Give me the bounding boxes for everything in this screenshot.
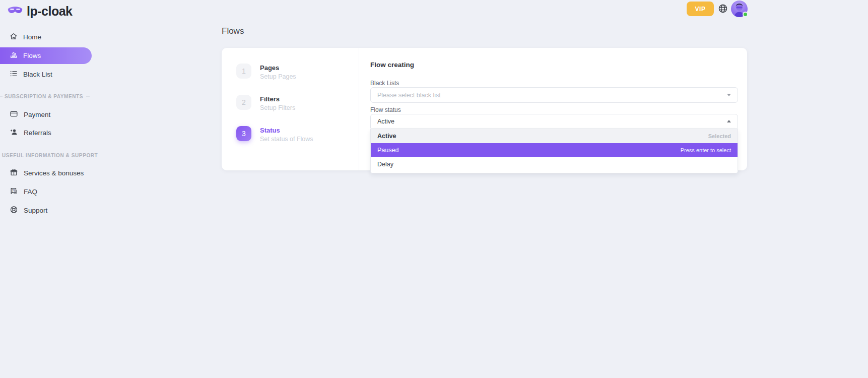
option-delay[interactable]: Delay [371,157,738,171]
app-title: lp-cloak [27,4,72,19]
step-title: Pages [260,64,296,72]
sidebar-item-label: Home [23,33,41,41]
step-subtitle: Setup Pages [260,73,296,80]
sidebar-section-subscription: SUBSCRIPTION & PAYMENTS [0,94,92,99]
globe-icon[interactable] [718,4,728,14]
sidebar-item-faq[interactable]: ?! FAQ [0,183,92,200]
select-value: Active [377,118,394,125]
flow-status-dropdown: Active Selected Paused Press enter to se… [370,129,738,173]
flow-status-label: Flow status [370,106,401,113]
black-lists-select[interactable]: Please select black list [370,87,738,103]
sidebar-item-label: FAQ [24,188,37,196]
vip-button[interactable]: VIP [687,2,714,16]
chevron-down-icon [727,94,731,96]
online-dot [743,12,748,17]
step-subtitle: Setup Filters [260,104,295,111]
step-title: Filters [260,95,295,103]
app-logo[interactable]: lp-cloak [7,4,72,19]
step-number: 2 [236,95,251,110]
lifebuoy-icon [10,206,18,215]
panel-divider [359,48,359,170]
faq-chat-icon: ?! [10,187,18,197]
select-placeholder: Please select black list [377,92,441,99]
avatar[interactable] [731,1,748,17]
flow-wizard-card: 1 Pages Setup Pages 2 Filters Setup Filt… [222,48,747,170]
sidebar-item-support[interactable]: Support [0,202,92,218]
sidebar-item-payment[interactable]: Payment [0,106,92,122]
option-active[interactable]: Active Selected [371,129,738,143]
black-lists-label: Black Lists [370,80,399,87]
sidebar-item-label: Payment [24,111,50,118]
step-number: 1 [236,64,251,79]
credit-card-icon [10,110,18,119]
option-hint: Press enter to select [681,147,731,153]
wizard-step-status[interactable]: 3 Status Set status of Flows [236,126,313,143]
sidebar-item-label: Flows [23,52,41,59]
person-add-icon [10,128,18,138]
section-label: SUBSCRIPTION & PAYMENTS [5,94,83,99]
flow-status-select[interactable]: Active [370,114,738,129]
step-number: 3 [236,126,251,141]
sidebar-item-services-bonuses[interactable]: Services & bonuses [0,165,92,181]
app-root: lp-cloak Home Flows [0,0,868,378]
chevron-up-icon [727,120,731,122]
option-hint: Selected [708,133,731,139]
home-icon [10,32,18,42]
flows-stack-icon [10,51,18,60]
svg-text:?!: ?! [12,188,15,192]
sidebar-item-flows[interactable]: Flows [0,47,92,64]
wizard-step-filters[interactable]: 2 Filters Setup Filters [236,95,295,111]
option-label: Active [377,133,396,140]
page-title: Flows [222,26,244,36]
option-label: Delay [377,161,393,168]
sidebar-item-home[interactable]: Home [0,29,92,45]
sidebar-item-black-list[interactable]: Black List [0,66,92,82]
step-subtitle: Set status of Flows [260,136,313,143]
sidebar-item-label: Services & bonuses [24,169,84,177]
sidebar: lp-cloak Home Flows [0,0,92,378]
sidebar-section-support: USEFUL INFORMATION & SUPPORT [0,153,92,158]
section-label: USEFUL INFORMATION & SUPPORT [2,153,98,158]
list-icon [10,70,18,79]
sidebar-item-label: Support [24,207,47,214]
mask-logo-icon [7,5,23,18]
wizard-step-pages[interactable]: 1 Pages Setup Pages [236,64,296,80]
option-paused[interactable]: Paused Press enter to select [371,143,738,157]
sidebar-item-referrals[interactable]: Referrals [0,124,92,141]
step-title: Status [260,126,313,134]
sidebar-item-label: Black List [23,71,52,78]
gift-icon [10,168,18,178]
option-label: Paused [377,147,398,154]
sidebar-item-label: Referrals [24,129,51,137]
form-title: Flow creating [370,61,414,69]
